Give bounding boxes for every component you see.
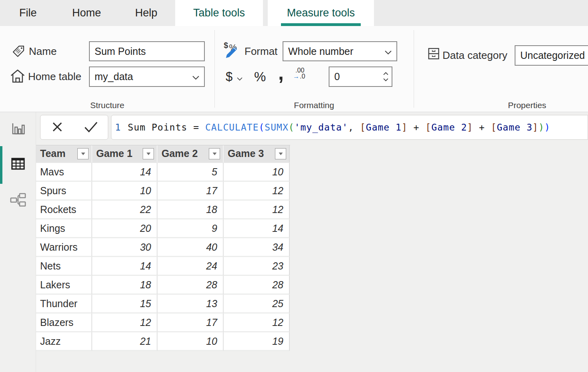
team-cell[interactable]: Mavs [36, 163, 92, 182]
name-label: Name [29, 43, 57, 59]
score-cell[interactable]: 28 [158, 276, 224, 295]
score-cell[interactable]: 15 [92, 295, 158, 314]
model-view-button[interactable] [9, 191, 27, 209]
column-filter-button[interactable] [275, 148, 286, 159]
team-cell[interactable]: Jazz [36, 332, 92, 351]
score-cell[interactable]: 21 [92, 332, 158, 351]
score-cell[interactable]: 24 [158, 257, 224, 276]
team-cell[interactable]: Spurs [36, 182, 92, 201]
data-view-button[interactable] [9, 155, 27, 173]
score-cell[interactable]: 10 [158, 332, 224, 351]
decimal-places-button[interactable]: .00 →.0 [293, 67, 305, 79]
column-filter-button[interactable] [209, 148, 220, 159]
menu-home[interactable]: Home [72, 0, 101, 26]
score-cell[interactable]: 34 [224, 238, 290, 257]
menu-file[interactable]: File [19, 0, 37, 26]
team-cell[interactable]: Warriors [36, 238, 92, 257]
tab-measure-tools[interactable]: Measure tools [268, 0, 374, 26]
score-cell[interactable]: 22 [92, 201, 158, 219]
table-row: Blazers121712 [36, 314, 290, 332]
score-cell[interactable]: 9 [158, 219, 224, 238]
currency-format-button[interactable]: $ [226, 66, 242, 87]
score-cell[interactable]: 12 [224, 314, 290, 332]
home-table-dropdown[interactable]: my_data [89, 66, 205, 87]
column-header[interactable]: Game 2 [158, 145, 224, 163]
table-header-row: TeamGame 1Game 2Game 3 [36, 145, 290, 163]
structure-group-label: Structure [0, 101, 214, 110]
column-header[interactable]: Game 1 [92, 145, 158, 163]
active-view-indicator [0, 146, 2, 184]
score-cell[interactable]: 17 [158, 314, 224, 332]
formula-token: ( [259, 122, 265, 133]
score-cell[interactable]: 30 [92, 238, 158, 257]
score-cell[interactable]: 17 [158, 182, 224, 201]
score-cell[interactable]: 10 [92, 182, 158, 201]
decimal-places-value: 0 [334, 71, 340, 82]
menu-help[interactable]: Help [135, 0, 158, 26]
team-cell[interactable]: Thunder [36, 295, 92, 314]
formula-token: Game 1 [366, 122, 402, 133]
formula-token: 'my_data' [295, 122, 348, 133]
tab-table-tools[interactable]: Table tools [175, 0, 263, 26]
report-view-button[interactable] [9, 120, 27, 138]
score-cell[interactable]: 14 [224, 219, 290, 238]
format-dropdown[interactable]: Whole number [283, 41, 397, 61]
cancel-formula-button[interactable] [46, 117, 69, 138]
formula-token: ( [289, 122, 295, 133]
tab-measure-tools-label: Measure tools [287, 7, 355, 19]
score-cell[interactable]: 12 [224, 201, 290, 219]
data-category-label: Data category [443, 47, 507, 63]
formula-token: Sum Points = [128, 122, 205, 133]
measure-name-input[interactable]: Sum Points [89, 41, 205, 61]
team-cell[interactable]: Lakers [36, 276, 92, 295]
filter-triangle-icon [212, 153, 216, 155]
formula-token: CALCULATE [205, 122, 259, 133]
data-category-dropdown[interactable]: Uncategorized [515, 45, 588, 66]
team-cell[interactable]: Nets [36, 257, 92, 276]
dax-formula-editor[interactable]: 1 Sum Points = CALCULATE(SUMX('my_data',… [111, 115, 588, 140]
filter-triangle-icon [81, 153, 85, 155]
score-cell[interactable]: 18 [92, 276, 158, 295]
column-filter-button[interactable] [77, 148, 89, 159]
measure-name-value: Sum Points [95, 46, 146, 57]
team-cell[interactable]: Kings [36, 219, 92, 238]
score-cell[interactable]: 19 [224, 332, 290, 351]
decimal-places-input[interactable]: 0 [329, 66, 392, 87]
score-cell[interactable]: 23 [224, 257, 290, 276]
column-header-label: Team [40, 148, 65, 159]
score-cell[interactable]: 13 [158, 295, 224, 314]
column-header[interactable]: Team [36, 145, 92, 163]
commit-formula-button[interactable] [79, 117, 103, 138]
score-cell[interactable]: 12 [224, 182, 290, 201]
score-cell[interactable]: 25 [224, 295, 290, 314]
score-cell[interactable]: 28 [224, 276, 290, 295]
team-cell[interactable]: Blazers [36, 314, 92, 332]
group-separator [414, 30, 414, 108]
spinner-down-button[interactable] [383, 78, 388, 81]
table-body: Mavs14510Spurs101712Rockets221812Kings20… [36, 163, 290, 351]
team-cell[interactable]: Rockets [36, 201, 92, 219]
score-cell[interactable]: 40 [158, 238, 224, 257]
score-cell[interactable]: 20 [92, 219, 158, 238]
format-label: Format [244, 43, 277, 59]
formula-token: , [348, 122, 360, 133]
formula-token: SUMX [265, 122, 288, 133]
thousands-separator-button[interactable]: , [278, 66, 284, 87]
model-view-icon [9, 191, 27, 209]
formula-token: + [473, 122, 491, 133]
column-header[interactable]: Game 3 [224, 145, 290, 163]
score-cell[interactable]: 12 [92, 314, 158, 332]
data-view-icon [10, 155, 26, 173]
score-cell[interactable]: 14 [92, 257, 158, 276]
score-cell[interactable]: 5 [158, 163, 224, 182]
column-filter-button[interactable] [143, 148, 154, 159]
score-cell[interactable]: 14 [92, 163, 158, 182]
column-header-label: Game 2 [162, 148, 198, 159]
score-cell[interactable]: 10 [224, 163, 290, 182]
percent-format-button[interactable]: % [254, 66, 266, 87]
spinner-up-button[interactable] [383, 72, 388, 75]
formula-token: ) [544, 122, 550, 133]
decimal-places-icon: .00 →.0 [293, 67, 305, 79]
formula-token: [ [425, 122, 431, 133]
score-cell[interactable]: 18 [158, 201, 224, 219]
